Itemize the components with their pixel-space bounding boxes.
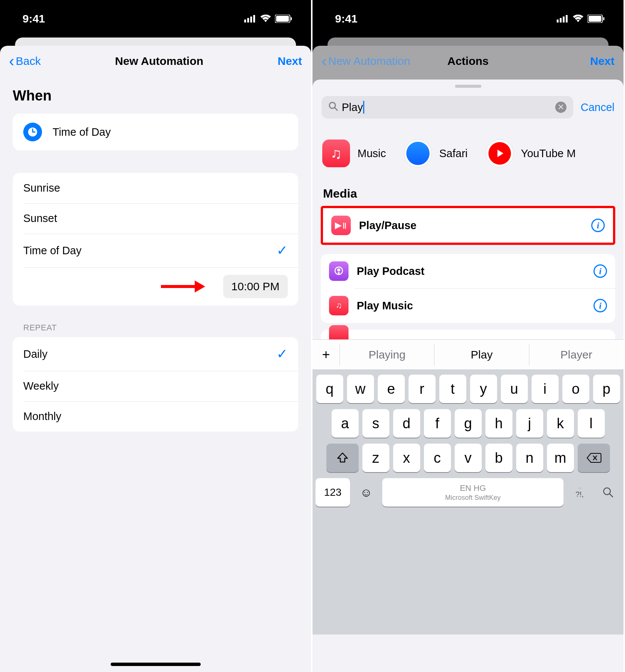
cancel-button[interactable]: Cancel	[581, 101, 614, 114]
key-search[interactable]	[596, 478, 620, 507]
key-t[interactable]: t	[439, 375, 466, 403]
battery-icon	[275, 15, 292, 23]
action-row-peek	[321, 330, 615, 340]
key-g[interactable]: g	[455, 409, 482, 438]
repeat-daily[interactable]: Daily ✓	[13, 337, 298, 371]
suggestion-3[interactable]: Player	[529, 344, 623, 366]
key-backspace[interactable]	[578, 444, 610, 472]
kb-row-1: q w e r t y u i o p	[316, 375, 620, 403]
key-j[interactable]: j	[516, 409, 543, 438]
svg-rect-3	[253, 15, 255, 22]
home-indicator[interactable]	[111, 663, 201, 666]
nav-bar: ‹ New Automation Actions Next	[312, 46, 623, 76]
repeat-monthly[interactable]: Monthly	[13, 401, 298, 432]
app-safari[interactable]: Safari	[404, 140, 468, 167]
keyboard-suggestions: + Playing Play Player	[312, 339, 623, 369]
music-icon: ♫	[329, 296, 349, 315]
option-sunrise[interactable]: Sunrise	[13, 173, 298, 203]
option-sunset[interactable]: Sunset	[13, 203, 298, 234]
status-time: 9:41	[23, 12, 45, 25]
option-time-of-day[interactable]: Time of Day ✓	[13, 234, 298, 267]
key-q[interactable]: q	[316, 375, 343, 403]
time-picker-row: 10:00 PM	[13, 267, 298, 306]
svg-line-16	[335, 108, 337, 110]
key-y[interactable]: y	[470, 375, 497, 403]
info-icon[interactable]: i	[591, 219, 605, 232]
key-w[interactable]: w	[347, 375, 374, 403]
svg-line-20	[610, 494, 613, 497]
key-e[interactable]: e	[378, 375, 405, 403]
key-o[interactable]: o	[562, 375, 589, 403]
add-suggestion-button[interactable]: +	[312, 347, 340, 363]
repeat-weekly[interactable]: Weekly	[13, 371, 298, 401]
svg-rect-8	[557, 20, 559, 22]
key-i[interactable]: i	[532, 375, 559, 403]
podcast-icon	[329, 261, 349, 281]
wifi-icon	[572, 15, 584, 23]
app-youtube-music[interactable]: YouTube M	[486, 140, 576, 167]
key-k[interactable]: k	[547, 409, 574, 438]
key-punctuation[interactable]: ···?!,	[567, 478, 592, 507]
clear-icon[interactable]: ✕	[555, 102, 566, 113]
search-input[interactable]: Play ✕	[322, 96, 573, 118]
trigger-label: Time of Day	[53, 126, 111, 138]
action-play-music[interactable]: ♫ Play Music i	[321, 288, 615, 323]
key-r[interactable]: r	[409, 375, 436, 403]
key-z[interactable]: z	[362, 444, 389, 472]
svg-rect-9	[560, 18, 562, 22]
key-s[interactable]: s	[362, 409, 389, 438]
trigger-card: Time of Day	[13, 114, 298, 150]
sheet-grabber[interactable]	[455, 85, 481, 88]
checkmark-icon: ✓	[276, 346, 288, 362]
svg-rect-0	[244, 20, 246, 22]
key-c[interactable]: c	[424, 444, 451, 472]
key-u[interactable]: u	[501, 375, 528, 403]
key-a[interactable]: a	[332, 409, 359, 438]
app-music[interactable]: ♫ Music	[322, 140, 386, 167]
nav-bar: ‹ Back New Automation Next	[0, 46, 311, 76]
back-button[interactable]: ‹ Back	[9, 53, 41, 69]
key-h[interactable]: h	[485, 409, 512, 438]
nav-title: New Automation	[115, 55, 204, 68]
trigger-row[interactable]: Time of Day	[13, 114, 298, 150]
key-b[interactable]: b	[485, 444, 512, 472]
nav-title: Actions	[447, 55, 488, 68]
checkmark-icon: ✓	[276, 243, 288, 258]
key-p[interactable]: p	[593, 375, 620, 403]
modal-screen: ‹ Back New Automation Next When Time of …	[0, 46, 311, 672]
back-button[interactable]: ‹ New Automation	[322, 53, 410, 69]
chevron-left-icon: ‹	[9, 53, 14, 69]
time-options-card: Sunrise Sunset Time of Day ✓ 10:00 PM	[13, 173, 298, 306]
key-123[interactable]: 123	[316, 478, 350, 507]
action-play-podcast[interactable]: Play Podcast i	[321, 254, 615, 288]
next-button[interactable]: Next	[590, 55, 614, 68]
action-play-pause[interactable]: ▶॥ Play/Pause i	[323, 208, 613, 243]
svg-rect-1	[247, 18, 249, 22]
info-icon[interactable]: i	[593, 264, 607, 278]
wifi-icon	[260, 15, 271, 23]
key-n[interactable]: n	[516, 444, 543, 472]
time-value-chip[interactable]: 10:00 PM	[223, 275, 288, 298]
app-strip[interactable]: ♫ Music Safari YouTube M	[312, 124, 623, 174]
chevron-left-icon: ‹	[322, 53, 327, 69]
key-space[interactable]: EN HG Microsoft SwiftKey	[382, 478, 563, 507]
key-m[interactable]: m	[547, 444, 574, 472]
kb-row-3: z x c v b n m	[316, 444, 620, 472]
text-cursor	[363, 101, 364, 114]
key-f[interactable]: f	[424, 409, 451, 438]
when-heading: When	[13, 88, 298, 104]
key-shift[interactable]	[326, 444, 359, 472]
suggestion-1[interactable]: Playing	[340, 344, 434, 366]
key-l[interactable]: l	[578, 409, 605, 438]
status-time: 9:41	[335, 12, 358, 25]
key-emoji[interactable]: ☺	[354, 478, 379, 507]
action-list-card: Play Podcast i ♫ Play Music i	[321, 254, 615, 323]
kb-row-4: 123 ☺ EN HG Microsoft SwiftKey ···?!,	[316, 478, 620, 507]
info-icon[interactable]: i	[593, 299, 607, 312]
next-button[interactable]: Next	[278, 55, 302, 68]
suggestion-2[interactable]: Play	[434, 344, 529, 366]
keyboard: q w e r t y u i o p a s d f g h	[312, 369, 623, 634]
key-v[interactable]: v	[455, 444, 482, 472]
key-x[interactable]: x	[393, 444, 420, 472]
key-d[interactable]: d	[393, 409, 420, 438]
